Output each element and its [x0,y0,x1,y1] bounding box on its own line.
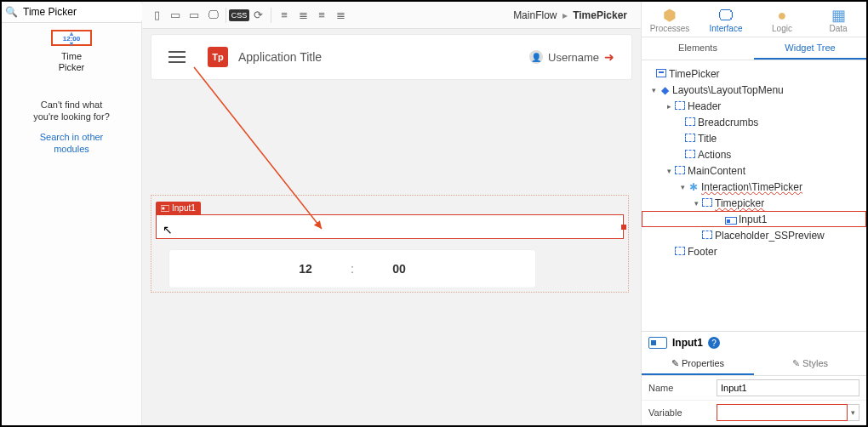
tree-actions[interactable]: Actions [642,146,866,162]
tree-interaction[interactable]: ▾✱Interaction\TimePicker [642,179,866,195]
placeholder-icon [675,101,685,110]
placeholder-icon [702,198,712,207]
breadcrumb-mainflow[interactable]: MainFlow [513,9,557,21]
data-icon: ▦ [810,7,866,24]
user-avatar-icon: 👤 [529,50,543,64]
tab-logic[interactable]: ●Logic [754,2,810,37]
gear-icon: ✱ [688,181,700,193]
device-tablet-land-icon[interactable]: ▭ [185,6,203,25]
widget-timepicker[interactable]: 12:00 [51,30,92,46]
svg-line-2 [194,67,322,229]
tree-breadcrumbs[interactable]: Breadcrumbs [642,114,866,130]
tree-footer[interactable]: Footer [642,243,866,259]
picker-minute[interactable]: 00 [361,262,437,276]
resize-handle-icon[interactable] [621,225,626,230]
widget-label: TimePicker [2,51,141,73]
align-center-icon[interactable]: ≣ [294,6,312,25]
app-title: Application Title [238,50,529,64]
timepicker-icon: 12:00 [53,35,90,43]
annotation-arrow-icon [190,63,334,237]
tab-properties[interactable]: ✎ Properties [642,354,754,375]
hamburger-icon[interactable] [168,51,186,63]
tree-maincontent[interactable]: ▾MainContent [642,162,866,179]
tab-interface[interactable]: 🖵Interface [698,2,754,37]
canvas-toolbar: ▯ ▭ ▭ 🖵 CSS ⟳ ≡ ≣ ≡ ≣ MainFlow ▸ TimePic… [142,2,641,29]
placeholder-icon [685,117,695,126]
search-other-modules-link[interactable]: Search in othermodules [2,131,141,155]
prop-variable-label: Variable [648,407,717,418]
align-left-icon[interactable]: ≡ [275,6,294,25]
input-type-icon [648,337,667,349]
prop-name-input[interactable] [717,379,859,396]
prop-row-variable: Variable ▾ [642,401,866,425]
tree-header[interactable]: ▸Header [642,98,866,114]
tree-title[interactable]: Title [642,130,866,146]
tree-layouts[interactable]: ▾◆Layouts\LayoutTopMenu [642,82,866,98]
screen-icon [656,69,666,77]
tree-timepicker-ph[interactable]: ▾Timepicker [642,195,866,211]
help-icon[interactable]: ? [708,337,720,349]
align-justify-icon[interactable]: ≣ [331,6,350,25]
placeholder-icon [675,166,685,174]
prop-variable-dropdown-icon[interactable]: ▾ [848,404,859,421]
tree-placeholder-ss[interactable]: Placeholder_SSPreview [642,227,866,243]
logout-icon[interactable]: ➜ [604,50,614,64]
logic-icon: ● [754,7,810,24]
app-logo-icon: Tp [208,47,228,67]
align-right-icon[interactable]: ≡ [312,6,331,25]
prop-row-name: Name [642,376,866,401]
block-icon: ◆ [659,84,671,96]
app-header-preview: Tp Application Title 👤 Username ➜ [151,34,632,80]
picker-sep: : [344,262,361,276]
picker-hour[interactable]: 12 [267,262,344,276]
device-tablet-icon[interactable]: ▭ [166,6,185,25]
search-bar: 🔍 ⊗ ‹ [2,2,141,23]
breadcrumb-timepicker[interactable]: TimePicker [573,9,627,21]
placeholder-icon [685,150,695,158]
prop-name-label: Name [648,383,717,393]
refresh-icon[interactable]: ⟳ [248,6,267,25]
device-desktop-icon[interactable]: 🖵 [203,6,222,25]
subtab-elements[interactable]: Elements [642,37,754,60]
interface-icon: 🖵 [698,7,754,24]
cant-find-text: Can't find whatyou're looking for? [2,99,141,122]
subtab-widget-tree[interactable]: Widget Tree [754,37,866,60]
timepicker-preview: 12 : 00 [169,250,535,288]
prop-variable-input[interactable] [717,404,848,421]
tree-input1[interactable]: Input1 [642,211,866,227]
svg-rect-1 [162,207,164,209]
placeholder-icon [675,247,685,255]
css-badge[interactable]: CSS [230,6,248,25]
properties-header: Input1 ? [642,331,866,354]
device-phone-icon[interactable]: ▯ [147,6,166,25]
tree-root[interactable]: TimePicker [642,65,866,82]
tab-processes[interactable]: ⬢Processes [642,2,698,37]
search-input[interactable] [20,3,153,20]
input-icon [725,217,737,225]
breadcrumb: MainFlow ▸ TimePicker [513,9,636,21]
tab-styles[interactable]: ✎ Styles [754,354,866,375]
placeholder-icon [685,134,695,142]
search-icon: 🔍 [5,6,18,18]
username-label: Username [548,51,599,64]
tab-data[interactable]: ▦Data [810,2,866,37]
canvas-input1[interactable] [156,214,624,239]
selection-tag[interactable]: Input1 [156,202,201,214]
widget-tree: TimePicker ▾◆Layouts\LayoutTopMenu ▸Head… [642,60,866,331]
placeholder-icon [702,231,712,239]
processes-icon: ⬢ [642,7,698,24]
